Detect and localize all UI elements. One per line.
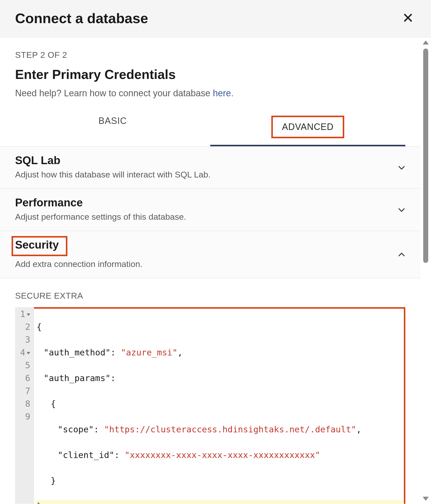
line-number: 9 — [20, 410, 30, 423]
help-text-prefix: Need help? Learn how to connect your dat… — [15, 88, 213, 98]
code-token: { — [36, 322, 41, 332]
line-number: 6 — [20, 372, 30, 385]
tab-basic[interactable]: BASIC — [15, 109, 210, 146]
step-indicator: STEP 2 OF 2 — [15, 50, 405, 60]
code-token: "azure_msi" — [121, 347, 178, 357]
editor-gutter: 1 2 3 4 5 6 7 8 9 — [15, 307, 34, 504]
chevron-down-icon — [397, 206, 406, 214]
secure-extra-editor[interactable]: 1 2 3 4 5 6 7 8 9 { "auth_method": "azur… — [15, 307, 405, 504]
code-token: "client_id" — [58, 450, 114, 460]
help-link[interactable]: here — [213, 88, 231, 98]
tab-advanced-label: ADVANCED — [271, 116, 344, 138]
close-icon[interactable]: ✕ — [400, 9, 416, 27]
modal-header: Connect a database ✕ — [0, 0, 431, 37]
modal-title: Connect a database — [15, 10, 148, 26]
section-performance[interactable]: Performance Adjust performance settings … — [0, 189, 420, 231]
scrollbar[interactable] — [420, 37, 431, 504]
code-token: } — [51, 476, 56, 486]
section-security-title: Security — [12, 236, 67, 256]
code-token: "auth_params" — [44, 373, 110, 383]
code-token: { — [51, 399, 56, 409]
connect-database-modal: Connect a database ✕ STEP 2 OF 2 Enter P… — [0, 0, 431, 504]
tab-advanced[interactable]: ADVANCED — [210, 109, 405, 146]
section-security[interactable]: Security Add extra connection informatio… — [0, 231, 420, 278]
section-security-desc: Add extra connection information. — [15, 259, 405, 269]
code-token: "scope" — [58, 424, 94, 434]
secure-extra-label: SECURE EXTRA — [15, 291, 405, 301]
line-number: 3 — [20, 333, 30, 346]
code-token: "auth_method" — [44, 347, 110, 357]
help-text-suffix: . — [231, 88, 234, 98]
scroll-up-icon[interactable] — [423, 40, 429, 44]
section-sql-lab[interactable]: SQL Lab Adjust how this database will in… — [0, 146, 420, 189]
line-number: 5 — [20, 359, 30, 372]
scroll-thumb[interactable] — [423, 49, 428, 263]
modal-body: STEP 2 OF 2 Enter Primary Credentials Ne… — [0, 37, 431, 504]
scroll-down-icon[interactable] — [423, 497, 429, 501]
line-number: 1 — [20, 308, 30, 320]
code-token: "xxxxxxxx-xxxx-xxxx-xxxx-xxxxxxxxxxxx" — [125, 450, 320, 460]
section-sql-lab-title: SQL Lab — [15, 154, 60, 167]
tabs: BASIC ADVANCED — [15, 109, 405, 146]
accordion: SQL Lab Adjust how this database will in… — [0, 146, 420, 278]
code-token: "https://clusteraccess.hdinsightaks.net/… — [104, 424, 356, 434]
editor-code[interactable]: { "auth_method": "azure_msi", "auth_para… — [34, 307, 404, 504]
line-number: 7 — [20, 385, 30, 397]
code-token: } — [36, 501, 41, 504]
help-text: Need help? Learn how to connect your dat… — [15, 88, 405, 99]
section-performance-desc: Adjust performance settings of this data… — [15, 212, 405, 222]
line-number: 2 — [20, 320, 30, 333]
section-performance-title: Performance — [15, 196, 83, 209]
chevron-up-icon — [397, 250, 406, 259]
step-title: Enter Primary Credentials — [15, 67, 405, 82]
section-sql-lab-desc: Adjust how this database will interact w… — [15, 170, 405, 179]
chevron-down-icon — [397, 163, 406, 172]
security-panel: SECURE EXTRA 1 2 3 4 5 6 7 8 9 { "auth_m… — [0, 278, 420, 504]
line-number: 4 — [20, 346, 30, 359]
tab-basic-label: BASIC — [98, 116, 127, 126]
line-number: 8 — [20, 397, 30, 410]
